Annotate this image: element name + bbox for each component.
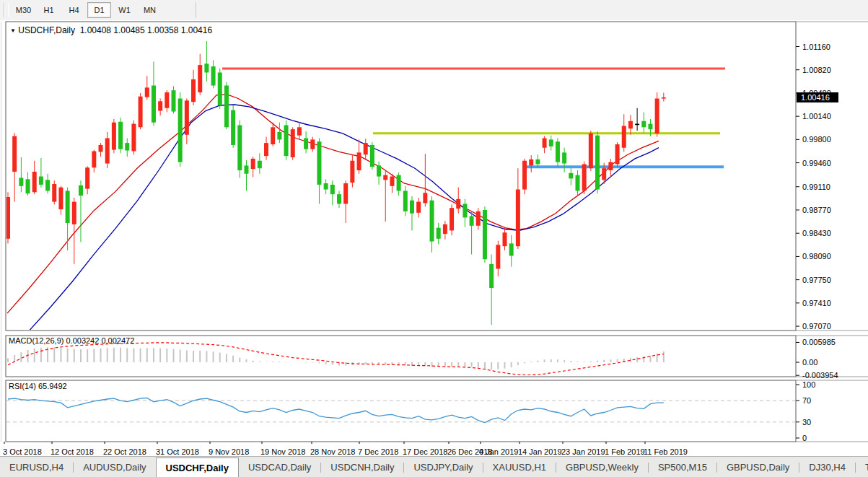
price-axis-label: 0.97750	[802, 276, 831, 284]
price-axis-label: 0.99110	[802, 183, 830, 191]
candle-body	[92, 151, 96, 167]
candle-body	[470, 216, 474, 226]
price-axis-label: 0.98090	[802, 252, 831, 261]
date-axis-label: 19 Nov 2018	[260, 447, 305, 456]
candle-body	[549, 139, 553, 146]
candle-body	[582, 164, 587, 191]
chart-dropdown-icon[interactable]: ▼	[10, 27, 16, 34]
candle-body	[39, 177, 43, 185]
candle-body	[509, 243, 514, 255]
candle-body	[211, 66, 216, 86]
tab-sp500-m15[interactable]: SP500,M15	[649, 457, 716, 477]
candle-body	[297, 127, 302, 135]
candle-body	[635, 124, 639, 126]
candle-body	[19, 178, 23, 185]
candle-body	[535, 159, 540, 165]
candle-body	[423, 193, 427, 203]
candle-body	[443, 224, 447, 234]
candle-body	[317, 141, 321, 185]
date-axis-label: 12 Oct 2018	[51, 447, 94, 456]
current-price-value: 1.00416	[801, 93, 830, 102]
candle-body	[529, 159, 533, 166]
timeframe-button-d1[interactable]: D1	[87, 2, 111, 18]
candle-body	[165, 92, 169, 108]
price-axis-label: 0.98770	[802, 206, 831, 214]
timeframe-button-h4[interactable]: H4	[62, 2, 86, 18]
date-axis-label: 31 Oct 2018	[156, 447, 199, 456]
candle-body	[131, 124, 136, 152]
candle-body	[330, 185, 335, 194]
candle-body	[66, 191, 70, 223]
candle-body	[383, 175, 387, 180]
timeframe-button-h1[interactable]: H1	[37, 2, 61, 18]
candle-body	[271, 127, 275, 144]
price-axis-label: 0.97070	[802, 322, 831, 331]
rsi-axis-label: 30	[802, 418, 811, 426]
candle-body	[158, 101, 162, 110]
macd-axis-label: -0.003954	[802, 371, 838, 380]
date-axis-label: 23 Jan 2019	[561, 447, 605, 456]
rsi-axis-label: 70	[802, 396, 811, 405]
rsi-axis-label: 0	[802, 434, 807, 442]
price-chart-canvas[interactable]: 1.011601.008201.004801.001400.998000.994…	[0, 20, 868, 456]
candle-body	[337, 194, 341, 204]
chart-area: 1.011601.008201.004801.001400.998000.994…	[0, 20, 868, 456]
tab-usdjpy-daily[interactable]: USDJPY,Daily	[404, 457, 482, 477]
candle-body	[622, 126, 626, 147]
candle-body	[522, 161, 527, 190]
tab-xauusd-h1[interactable]: XAUUSD,H1	[483, 457, 556, 477]
tab-dj30-h4[interactable]: DJ30,H4	[799, 457, 855, 477]
candle-body	[26, 179, 30, 193]
candle-body	[218, 73, 222, 105]
tab-gbpusd-daily[interactable]: GBPUSD,Daily	[717, 457, 799, 477]
toolbar-grip[interactable]	[3, 3, 9, 17]
date-axis-label: 9 Nov 2018	[209, 447, 249, 456]
timeframe-button-w1[interactable]: W1	[113, 2, 136, 18]
candle-body	[662, 97, 666, 99]
candle-body	[12, 136, 17, 172]
date-axis-label: 3 Oct 2018	[3, 447, 42, 456]
timeframe-button-m30[interactable]: M30	[12, 2, 35, 18]
candle-body	[224, 86, 229, 128]
price-axis-label: 1.01160	[802, 43, 830, 51]
candle-body	[489, 264, 494, 288]
candle-body	[516, 190, 520, 247]
candle-body	[172, 90, 176, 111]
date-axis[interactable]: 3 Oct 201812 Oct 201822 Oct 201831 Oct 2…	[3, 442, 688, 456]
price-axis-label: 0.97410	[802, 299, 831, 307]
tab-usdcnh-daily[interactable]: USDCNH,Daily	[321, 457, 403, 477]
candle-body	[483, 210, 487, 259]
tab-usdcad-daily[interactable]: USDCAD,Daily	[239, 457, 320, 477]
tab-eurusd-h4[interactable]: EURUSD,H4	[0, 457, 73, 477]
symbol-tab-bar: EURUSD,H4AUDUSD,DailyUSDCHF,DailyUSDCAD,…	[0, 456, 868, 477]
mt4-window: M30H1H4D1W1MN 1.011601.008201.004801.001…	[0, 0, 868, 477]
tab-usdchf-daily[interactable]: USDCHF,Daily	[156, 458, 239, 477]
candle-body	[602, 168, 606, 180]
candle-body	[237, 125, 242, 170]
candle-body	[575, 175, 579, 191]
candle-body	[324, 183, 328, 190]
candle-body	[403, 191, 408, 211]
tab-audusd-daily[interactable]: AUDUSD,Daily	[74, 457, 155, 477]
macd-indicator-label: MACD(12,26,9) 0.003242 0.002472	[9, 336, 134, 345]
price-axis[interactable]: 1.011601.008201.004801.001400.998000.994…	[796, 43, 838, 443]
timeframe-button-mn[interactable]: MN	[138, 2, 162, 18]
chart-symbol-label: USDCHF,Daily	[18, 25, 75, 35]
candle-body	[264, 143, 268, 156]
candle-body	[204, 64, 209, 72]
candle-body	[397, 175, 401, 191]
candle-body	[258, 161, 262, 168]
candle-body	[463, 204, 467, 217]
date-axis-label: 28 Nov 2018	[310, 447, 355, 456]
candle-body	[145, 87, 149, 97]
tab-tech100-h1[interactable]: TECH100,H1	[856, 457, 868, 477]
candle-body	[85, 167, 89, 188]
candle-body	[357, 152, 361, 170]
candle-body	[370, 145, 374, 167]
tab-gbpusd-weekly[interactable]: GBPUSD,Weekly	[556, 457, 648, 477]
candle-body	[291, 129, 295, 157]
chart-ohlc-values: 1.00408 1.00485 1.00358 1.00416	[80, 25, 213, 35]
macd-axis-label: 0.005985	[802, 338, 836, 346]
candle-body	[410, 201, 414, 214]
candle-body	[430, 201, 434, 242]
